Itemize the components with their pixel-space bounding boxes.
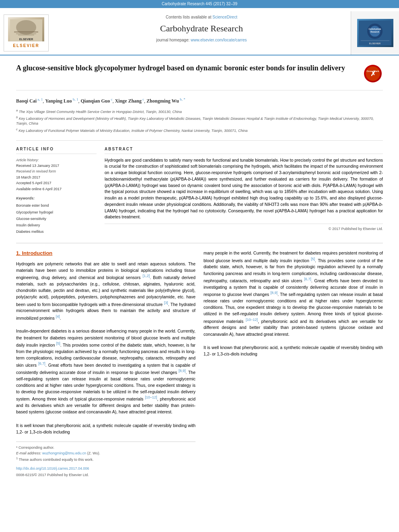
article-info-abstract-section: ARTICLE INFO Article history: Received 1… xyxy=(16,146,383,235)
doi-line[interactable]: http://dx.doi.org/10.1016/j.carres.2017.… xyxy=(16,466,195,471)
received-revised-date: 18 March 2017 xyxy=(16,175,97,180)
affiliation-b: b Key Laboratory of Hormones and Develop… xyxy=(16,115,383,126)
footnote-section: * Corresponding author. E-mail address: … xyxy=(16,442,195,478)
article-history: Article history: Received 13 January 201… xyxy=(16,157,97,192)
right-col-text: many people in the world. Currently, the… xyxy=(204,250,383,337)
issn-line: 0008-6215/© 2017 Published by Elsevier L… xyxy=(16,472,195,478)
abstract-copyright: © 2017 Published by Elsevier Ltd. xyxy=(105,224,383,232)
accepted-date: Accepted 5 April 2017 xyxy=(16,180,97,186)
article-info-column: ARTICLE INFO Article history: Received 1… xyxy=(16,146,97,235)
affiliation-a: a The Xiyu Village Street Community Heal… xyxy=(16,109,383,115)
keyword-3: Glucose-sensitivity xyxy=(16,216,97,222)
svg-text:ELSEVIER: ELSEVIER xyxy=(19,38,33,41)
journal-center-header: Contents lists available at ScienceDirec… xyxy=(52,11,351,55)
abstract-text: Hydrogels are good candidates to satisfy… xyxy=(105,157,383,221)
body-section: 1. Introduction Hydrogels are polymeric … xyxy=(16,250,383,477)
journal-citation: Carbohydrate Research 445 (2017) 32–39 xyxy=(162,2,237,6)
svg-rect-11 xyxy=(361,41,390,41)
journal-homepage-link[interactable]: www.elsevier.com/locate/carres xyxy=(191,38,247,42)
body-right-column: many people in the world. Currently, the… xyxy=(204,250,383,477)
authors-line: Baoqi Cai a, 1, Yanping Luo b, 1, Qianqi… xyxy=(16,97,383,105)
svg-text:Research: Research xyxy=(370,31,379,33)
main-content: A glucose-sensitive block glycopolymer h… xyxy=(0,55,399,486)
keyword-2: Glycopolymer hydrogel xyxy=(16,209,97,216)
keyword-5: Diabetes mellitus xyxy=(16,228,97,235)
intro-paragraph-1: Hydrogels are polymeric networks that ar… xyxy=(16,261,195,321)
elsevier-logo-image: ELSEVIER xyxy=(8,17,44,41)
abstract-column: ABSTRACT Hydrogels are good candidates t… xyxy=(105,146,383,235)
keywords-heading: Keywords: xyxy=(16,196,97,201)
elsevier-brand-text: ELSEVIER xyxy=(8,43,44,49)
journal-logo-right: Carbohydrate Research ELSEVIER xyxy=(351,11,399,55)
author-3: Qianqian Guo xyxy=(80,98,110,104)
intro-paragraph-3: It is well known that phenylboronic acid… xyxy=(16,422,195,435)
journal-logo-image: Carbohydrate Research ELSEVIER xyxy=(357,19,393,47)
elsevier-logo-section: ELSEVIER ELSEVIER xyxy=(0,11,52,55)
journal-title: Carbohydrate Research xyxy=(160,23,243,35)
journal-header: ELSEVIER ELSEVIER Contents lists availab… xyxy=(0,8,399,55)
article-title: A glucose-sensitive block glycopolymer h… xyxy=(16,64,363,73)
abstract-heading: ABSTRACT xyxy=(105,146,383,154)
equal-contribution-note: 1 These authors contributed equally to t… xyxy=(16,456,195,463)
right-col-paragraph-2: It is well known that phenylboronic acid… xyxy=(204,344,383,357)
article-info-heading: ARTICLE INFO xyxy=(16,146,97,154)
keywords-section: Keywords: Boronate ester bond Glycopolym… xyxy=(16,196,97,235)
sciencedirect-link[interactable]: ScienceDirect xyxy=(212,15,237,19)
keyword-4: Insulin delivery xyxy=(16,222,97,228)
svg-text:CrossMark: CrossMark xyxy=(366,70,379,72)
intro-paragraph-2: Insulin-dependent diabetes is a serious … xyxy=(16,328,195,415)
available-date: Available online 6 April 2017 xyxy=(16,186,97,192)
article-history-label: Article history: xyxy=(16,157,97,163)
authors-section: Baoqi Cai a, 1, Yanping Luo b, 1, Qianqi… xyxy=(16,97,383,105)
body-left-column: 1. Introduction Hydrogels are polymeric … xyxy=(16,250,195,477)
svg-text:ELSEVIER: ELSEVIER xyxy=(369,42,381,45)
svg-text:Carbohydrate: Carbohydrate xyxy=(369,28,381,30)
received-revised-label: Received in revised form xyxy=(16,168,97,174)
elsevier-logo-box: ELSEVIER ELSEVIER xyxy=(4,14,49,51)
email-footnote: E-mail address: wuzhongming@tmu.edu.cn (… xyxy=(16,451,195,456)
svg-rect-2 xyxy=(14,31,38,33)
journal-citation-bar: Carbohydrate Research 445 (2017) 32–39 xyxy=(0,0,399,8)
crossmark-badge[interactable]: ✗ CrossMark xyxy=(363,64,383,84)
keyword-1: Boronate ester bond xyxy=(16,202,97,209)
corresponding-author-note: * Corresponding author. xyxy=(16,445,195,451)
email-link[interactable]: wuzhongming@tmu.edu.cn xyxy=(42,451,86,455)
received-date: Received 13 January 2017 xyxy=(16,163,97,168)
journal-homepage-line: journal homepage: www.elsevier.com/locat… xyxy=(156,37,247,43)
author-1: Baoqi Cai xyxy=(16,98,37,104)
affiliations-section: a The Xiyu Village Street Community Heal… xyxy=(16,109,383,141)
author-4: Xinge Zhang xyxy=(115,98,142,104)
article-title-section: A glucose-sensitive block glycopolymer h… xyxy=(16,64,383,90)
introduction-heading: 1. Introduction xyxy=(16,250,195,257)
contents-available-line: Contents lists available at ScienceDirec… xyxy=(166,14,237,20)
author-5: Zhongming Wu xyxy=(146,98,179,104)
affiliation-c: c Key Laboratory of Functional Polymer M… xyxy=(16,127,383,134)
svg-rect-4 xyxy=(18,35,34,35)
crossmark-icon[interactable]: ✗ CrossMark xyxy=(364,65,382,82)
author-2: Yanping Luo xyxy=(45,98,72,104)
section-divider xyxy=(16,243,383,243)
svg-rect-3 xyxy=(16,33,36,34)
